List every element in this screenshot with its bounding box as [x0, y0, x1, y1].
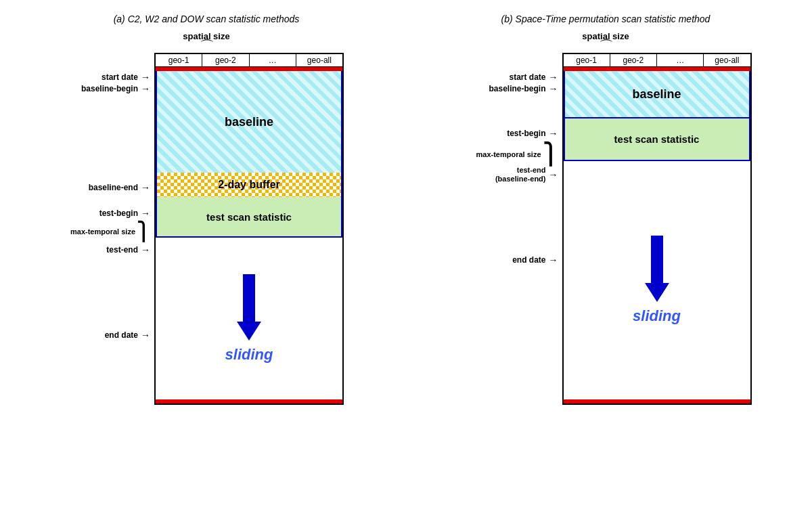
label-test-end-b: test-end (baseline-end) → [495, 166, 558, 183]
page: (a) C2, W2 and DOW scan statistic method… [0, 0, 812, 524]
sliding-area-a: sliding [156, 238, 342, 399]
panel-a: (a) C2, W2 and DOW scan statistic method… [7, 14, 406, 510]
label-end-date-a: end date → [105, 330, 150, 341]
sliding-text-b: sliding [633, 307, 681, 325]
panel-b-spatial-area: spatial size ⌒ [582, 31, 629, 51]
panel-b-header-row: geo-1 geo-2 … geo-all [564, 54, 750, 67]
label-end-date-b: end date → [512, 255, 558, 265]
panel-a-header-row: geo-1 geo-2 … geo-all [156, 54, 342, 67]
arrow-head-a [237, 322, 261, 341]
test-label-b: test scan statistic [614, 133, 700, 145]
arrow-test-end-b: → [549, 169, 558, 181]
sliding-text-a: sliding [225, 346, 273, 364]
panel-a-diagram: start date → baseline-begin → baseli [69, 53, 344, 405]
end-date-line-a [156, 399, 342, 403]
baseline-label-b: baseline [632, 87, 681, 102]
label-max-temporal-a: max-temporal size ⎫ [70, 223, 150, 240]
arrow-start-date-a: → [141, 72, 150, 83]
sliding-area-b: sliding [564, 161, 750, 399]
label-test-end-a: test-end → [106, 244, 150, 255]
panel-a-labels: start date → baseline-begin → baseli [69, 53, 150, 337]
col-geo2-a: geo-2 [202, 54, 249, 66]
sliding-arrow-a [237, 274, 261, 341]
panel-b-title: (b) Space-Time permutation scan statisti… [501, 14, 710, 24]
col-ellipsis-b: … [657, 54, 704, 66]
end-date-line-b [564, 399, 750, 403]
arrow-test-end-a: → [141, 244, 150, 255]
label-max-temporal-b: max-temporal size ⎫ [476, 144, 558, 165]
arrow-shaft-a [243, 274, 255, 322]
arrow-baseline-begin-b: → [549, 83, 558, 94]
baseline-region-a: baseline [156, 71, 342, 173]
baseline-label-a: baseline [225, 115, 273, 129]
arrow-baseline-end-a: → [141, 182, 150, 193]
panel-b: (b) Space-Time permutation scan statisti… [406, 14, 805, 510]
label-baseline-begin-b: baseline-begin → [489, 83, 558, 94]
panel-a-title: (a) C2, W2 and DOW scan statistic method… [114, 14, 300, 24]
arrow-head-b [645, 283, 669, 302]
label-baseline-end-a: baseline-end → [89, 182, 150, 193]
label-baseline-begin-a: baseline-begin → [81, 83, 150, 94]
panel-b-grid: geo-1 geo-2 … geo-all baseline test scan… [562, 53, 752, 405]
buffer-label-a: 2-day buffer [218, 179, 280, 191]
arrow-shaft-b [651, 236, 663, 283]
arrow-start-date-b: → [549, 72, 558, 83]
test-region-b: test scan statistic [564, 117, 750, 161]
col-geoall-a: geo-all [296, 54, 342, 66]
panel-a-grid: geo-1 geo-2 … geo-all baseline 2-day buf… [154, 53, 344, 405]
test-region-a: test scan statistic [156, 197, 342, 238]
buffer-region-a: 2-day buffer [156, 173, 342, 197]
panel-b-diagram: start date → baseline-begin → test-b [460, 53, 752, 405]
arrow-baseline-begin-a: → [141, 83, 150, 94]
baseline-upper-b: baseline [564, 71, 750, 117]
panel-b-labels: start date → baseline-begin → test-b [460, 53, 558, 262]
panel-a-spatial-area: spatial size ⌒ [183, 31, 229, 51]
arrow-end-date-a: → [141, 330, 150, 341]
col-geo1-a: geo-1 [156, 54, 202, 66]
col-geo2-b: geo-2 [610, 54, 657, 66]
test-label-a: test scan statistic [206, 211, 292, 223]
arrow-end-date-b: → [549, 255, 558, 265]
sliding-arrow-b [645, 236, 669, 302]
col-ellipsis-a: … [250, 54, 296, 66]
panel-b-spatial-brace: ⌒ [599, 41, 612, 51]
col-geo1-b: geo-1 [564, 54, 610, 66]
col-geoall-b: geo-all [704, 54, 750, 66]
panel-a-spatial-brace: ⌒ [200, 41, 213, 51]
label-start-date-a: start date → [102, 72, 150, 83]
label-start-date-b: start date → [509, 72, 558, 83]
